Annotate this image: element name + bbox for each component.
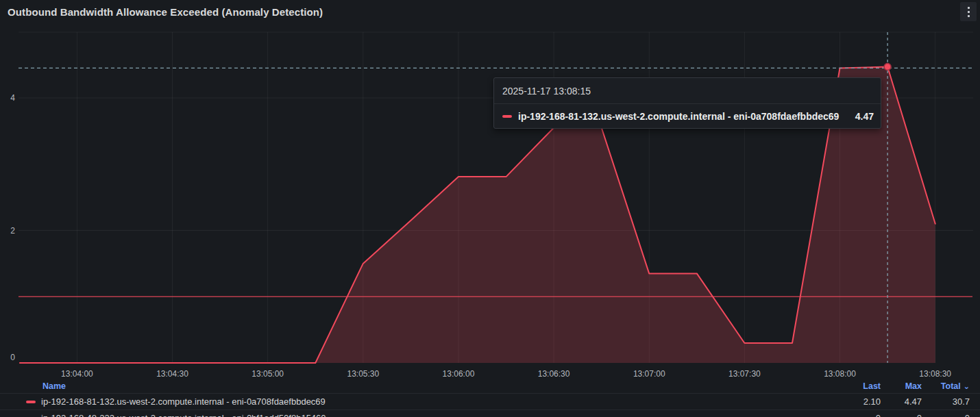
legend-row: ip-192-168-81-132.us-west-2.compute.inte… bbox=[0, 393, 980, 409]
x-axis-labels: 13:04:0013:04:3013:05:0013:05:3013:06:00… bbox=[61, 369, 951, 379]
svg-text:13:07:00: 13:07:00 bbox=[633, 369, 665, 379]
svg-text:13:06:00: 13:06:00 bbox=[443, 369, 475, 379]
svg-text:13:06:30: 13:06:30 bbox=[538, 369, 570, 379]
svg-text:13:05:00: 13:05:00 bbox=[252, 369, 284, 379]
series-color-marker bbox=[502, 115, 512, 118]
svg-text:2: 2 bbox=[10, 226, 15, 236]
legend-total-value: 30.7 bbox=[922, 396, 970, 407]
legend-table: Name Last Max Total⌄ ip-192-168-81-132.u… bbox=[0, 379, 980, 417]
svg-text:13:04:30: 13:04:30 bbox=[156, 369, 188, 379]
legend-last-value: 0 bbox=[840, 413, 881, 417]
kebab-menu-icon bbox=[968, 7, 970, 9]
tooltip-series-row: ip-192-168-81-132.us-west-2.compute.inte… bbox=[494, 104, 881, 129]
svg-text:13:08:30: 13:08:30 bbox=[919, 369, 951, 379]
svg-text:13:05:30: 13:05:30 bbox=[347, 369, 379, 379]
panel-header: Outbound Bandwidth Allowance Exceeded (A… bbox=[0, 0, 980, 23]
chart-tooltip: 2025-11-17 13:08:15 ip-192-168-81-132.us… bbox=[493, 77, 881, 129]
hover-point-marker bbox=[884, 64, 891, 71]
panel-title: Outbound Bandwidth Allowance Exceeded (A… bbox=[0, 6, 323, 18]
legend-series-name-cell: ip-192-168-48-232.us-west-2.compute.inte… bbox=[0, 413, 840, 417]
y-axis-labels: 024 bbox=[10, 93, 15, 362]
svg-text:13:08:00: 13:08:00 bbox=[824, 369, 856, 379]
timeseries-chart[interactable]: 13:04:0013:04:3013:05:0013:05:3013:06:00… bbox=[0, 0, 980, 417]
grafana-panel: Outbound Bandwidth Allowance Exceeded (A… bbox=[0, 0, 980, 417]
legend-last-value: 2.10 bbox=[840, 396, 881, 407]
svg-text:13:04:00: 13:04:00 bbox=[61, 369, 93, 379]
legend-series-label[interactable]: ip-192-168-48-232.us-west-2.compute.inte… bbox=[41, 413, 326, 417]
kebab-menu-icon bbox=[968, 11, 970, 13]
legend-max-value: 4.47 bbox=[881, 396, 922, 407]
legend-column-max[interactable]: Max bbox=[881, 381, 922, 391]
legend-row: ip-192-168-48-232.us-west-2.compute.inte… bbox=[0, 409, 980, 417]
legend-total-value: 0 bbox=[922, 413, 970, 417]
tooltip-series-label: ip-192-168-81-132.us-west-2.compute.inte… bbox=[518, 111, 839, 122]
legend-header-row: Name Last Max Total⌄ bbox=[0, 379, 980, 393]
legend-column-name[interactable]: Name bbox=[0, 381, 840, 391]
legend-max-value: 0 bbox=[881, 413, 922, 417]
panel-menu-button[interactable] bbox=[960, 2, 977, 21]
svg-text:0: 0 bbox=[10, 353, 15, 362]
legend-series-name-cell: ip-192-168-81-132.us-west-2.compute.inte… bbox=[0, 396, 840, 407]
legend-column-total-label: Total bbox=[941, 381, 961, 391]
tooltip-series-value: 4.47 bbox=[846, 111, 874, 122]
series-color-marker bbox=[26, 401, 36, 403]
kebab-menu-icon bbox=[968, 15, 970, 17]
legend-series-label[interactable]: ip-192-168-81-132.us-west-2.compute.inte… bbox=[41, 396, 326, 407]
legend-column-last[interactable]: Last bbox=[840, 381, 881, 391]
legend-column-total[interactable]: Total⌄ bbox=[922, 381, 970, 391]
tooltip-timestamp: 2025-11-17 13:08:15 bbox=[494, 78, 881, 104]
svg-text:13:07:30: 13:07:30 bbox=[728, 369, 761, 379]
chevron-down-icon: ⌄ bbox=[964, 382, 970, 390]
svg-text:4: 4 bbox=[10, 93, 15, 103]
